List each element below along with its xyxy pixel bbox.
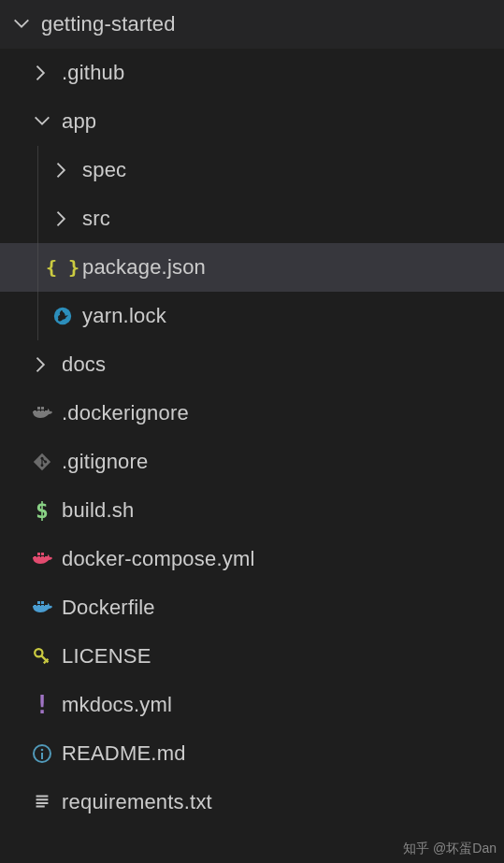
docker-icon bbox=[28, 597, 56, 619]
shell-icon: $ bbox=[28, 498, 56, 523]
info-icon bbox=[28, 742, 56, 765]
folder-row-app[interactable]: app bbox=[0, 97, 504, 146]
file-label: docker-compose.yml bbox=[56, 547, 255, 571]
file-row-mkdocs[interactable]: !mkdocs.yml bbox=[0, 681, 504, 729]
file-row-readme[interactable]: README.md bbox=[0, 729, 504, 778]
file-label: yarn.lock bbox=[77, 304, 166, 328]
file-row-compose[interactable]: docker-compose.yml bbox=[0, 535, 504, 583]
root-folder-label: getting-started bbox=[36, 12, 176, 36]
docker-icon bbox=[28, 402, 56, 424]
file-row-reqs[interactable]: requirements.txt bbox=[0, 778, 504, 827]
file-label: requirements.txt bbox=[56, 790, 212, 814]
text-icon bbox=[28, 792, 56, 813]
file-label: README.md bbox=[56, 741, 186, 766]
json-icon: { } bbox=[49, 256, 77, 279]
file-label: Dockerfile bbox=[56, 596, 155, 620]
folder-row-spec[interactable]: spec bbox=[0, 146, 504, 194]
folder-label: spec bbox=[77, 158, 126, 182]
folder-label: docs bbox=[56, 352, 106, 377]
git-icon bbox=[28, 452, 56, 472]
yaml-icon: ! bbox=[28, 691, 56, 719]
watermark: 知乎 @坏蛋Dan bbox=[403, 841, 497, 857]
file-explorer-tree: getting-started .githubappspecsrc{ }pack… bbox=[0, 0, 504, 827]
chevron-right-icon bbox=[28, 63, 56, 83]
docker-icon bbox=[28, 548, 56, 570]
file-row-pkgjson[interactable]: { }package.json bbox=[0, 243, 504, 292]
chevron-down-icon bbox=[7, 14, 36, 35]
chevron-right-icon bbox=[28, 354, 56, 375]
chevron-right-icon bbox=[49, 160, 77, 180]
file-row-dignore[interactable]: .dockerignore bbox=[0, 389, 504, 438]
file-label: package.json bbox=[77, 255, 206, 280]
file-row-build[interactable]: $build.sh bbox=[0, 486, 504, 535]
folder-label: app bbox=[56, 109, 96, 134]
key-icon bbox=[28, 646, 56, 667]
folder-row-github[interactable]: .github bbox=[0, 49, 504, 97]
file-row-gignore[interactable]: .gitignore bbox=[0, 438, 504, 486]
folder-label: .github bbox=[56, 61, 124, 85]
file-row-yarnlock[interactable]: yarn.lock bbox=[0, 292, 504, 340]
file-row-dfile[interactable]: Dockerfile bbox=[0, 583, 504, 632]
chevron-right-icon bbox=[49, 209, 77, 229]
root-folder-row[interactable]: getting-started bbox=[0, 0, 504, 49]
folder-row-src[interactable]: src bbox=[0, 194, 504, 243]
file-label: .dockerignore bbox=[56, 401, 189, 425]
file-label: .gitignore bbox=[56, 450, 149, 474]
file-label: build.sh bbox=[56, 498, 134, 523]
folder-label: src bbox=[77, 207, 110, 231]
file-label: LICENSE bbox=[56, 644, 151, 669]
file-row-license[interactable]: LICENSE bbox=[0, 632, 504, 681]
yarn-icon bbox=[49, 306, 77, 326]
file-label: mkdocs.yml bbox=[56, 693, 172, 717]
chevron-down-icon bbox=[28, 111, 56, 132]
folder-row-docs[interactable]: docs bbox=[0, 340, 504, 389]
